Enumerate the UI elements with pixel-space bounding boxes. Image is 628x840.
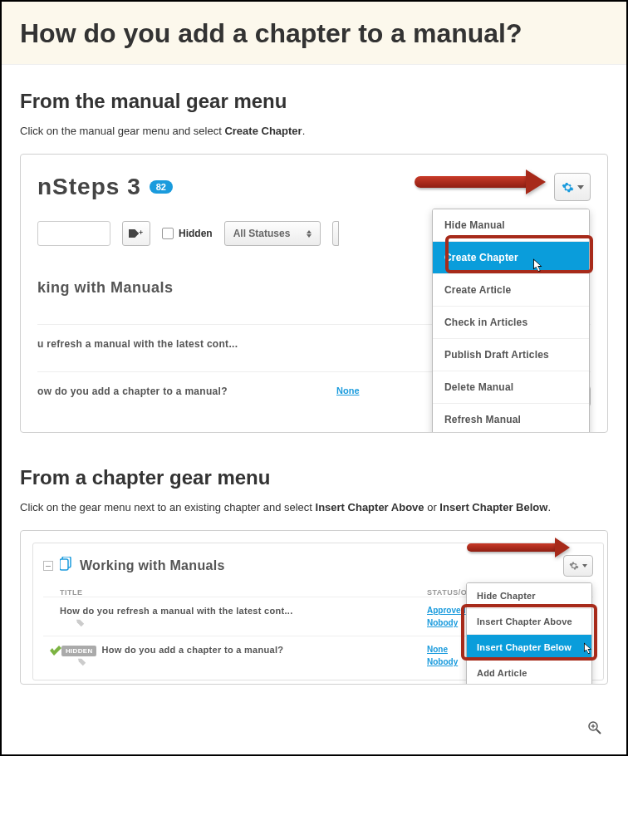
menu-insert-above[interactable]: Insert Chapter Above xyxy=(467,609,591,635)
menu-delete-manual[interactable]: Delete Manual xyxy=(433,371,589,404)
article-title[interactable]: u refresh a manual with the latest cont.… xyxy=(37,338,466,350)
menu-create-article[interactable]: Create Article xyxy=(433,274,589,307)
section2-heading: From a chapter gear menu xyxy=(20,466,608,489)
svg-text:+: + xyxy=(139,229,143,237)
search-input[interactable] xyxy=(37,221,110,246)
screenshot-chapter-gear: Working with Manuals Hide Chapter Insert… xyxy=(20,530,608,685)
manual-title: nSteps 3 xyxy=(37,174,141,200)
col-title: TITLE xyxy=(43,588,427,597)
menu-refresh-manual[interactable]: Refresh Manual xyxy=(433,404,589,433)
select-arrows-icon xyxy=(307,230,312,238)
svg-rect-2 xyxy=(60,559,68,570)
arrow-annotation xyxy=(415,176,531,188)
check-icon xyxy=(50,645,61,658)
section2-desc-bold2: Insert Chapter Below xyxy=(439,501,547,513)
section1-desc-pre: Click on the manual gear menu and select xyxy=(20,125,224,137)
chapter-title: Working with Manuals xyxy=(80,558,225,573)
screenshot-manual-gear: nSteps 3 82 Hide Manual Create Chapter C… xyxy=(20,154,608,433)
collapse-toggle[interactable] xyxy=(43,561,53,571)
menu-hide-manual[interactable]: Hide Manual xyxy=(433,209,589,242)
chapter-gear-button[interactable]: Hide Chapter Insert Chapter Above Insert… xyxy=(563,555,593,577)
section2-desc-bold1: Insert Chapter Above xyxy=(316,501,424,513)
arrow-annotation xyxy=(467,543,558,552)
menu-hide-chapter[interactable]: Hide Chapter xyxy=(467,583,591,609)
count-badge: 82 xyxy=(150,180,173,194)
chapter-gear-menu: Hide Chapter Insert Chapter Above Insert… xyxy=(466,582,592,685)
gear-icon xyxy=(562,181,574,194)
menu-insert-below[interactable]: Insert Chapter Below xyxy=(467,635,591,661)
caret-down-icon xyxy=(582,564,587,567)
section1-desc: Click on the manual gear menu and select… xyxy=(20,125,608,137)
hidden-label: Hidden xyxy=(179,228,213,239)
cursor-icon xyxy=(584,642,594,656)
menu-publish-drafts[interactable]: Publish Draft Articles xyxy=(433,339,589,371)
section2-desc-mid: or xyxy=(424,501,440,513)
section2-desc-pre: Click on the gear menu next to an existi… xyxy=(20,501,316,513)
article-title[interactable]: ow do you add a chapter to a manual? xyxy=(37,386,336,397)
cursor-icon xyxy=(533,258,545,273)
status-select-value: All Statuses xyxy=(233,228,291,239)
caret-down-icon xyxy=(577,185,584,189)
copy-icon xyxy=(60,557,73,575)
hidden-pill: HIDDEN xyxy=(61,646,96,656)
hidden-checkbox[interactable] xyxy=(162,228,174,239)
menu-create-chapter[interactable]: Create Chapter xyxy=(433,242,589,274)
tag-plus-icon: + xyxy=(129,228,144,239)
section1-desc-post: . xyxy=(302,125,306,137)
section2-desc: Click on the gear menu next to an existi… xyxy=(20,501,608,513)
svg-line-4 xyxy=(596,729,601,734)
manual-gear-menu: Hide Manual Create Chapter Create Articl… xyxy=(432,209,590,433)
tag-icon xyxy=(78,658,86,666)
article-title[interactable]: How do you refresh a manual with the lat… xyxy=(60,606,293,616)
article-title[interactable]: How do you add a chapter to a manual? xyxy=(101,645,283,655)
page-title: How do you add a chapter to a manual? xyxy=(2,2,626,65)
menu-check-in-articles[interactable]: Check in Articles xyxy=(433,307,589,339)
menu-add-article[interactable]: Add Article xyxy=(467,661,591,685)
gear-icon xyxy=(569,561,579,571)
zoom-icon[interactable] xyxy=(20,718,608,738)
status-select[interactable]: All Statuses xyxy=(224,221,321,246)
section2-desc-post: . xyxy=(547,501,551,513)
section1-desc-bold: Create Chapter xyxy=(224,125,302,137)
tag-button[interactable]: + xyxy=(122,221,150,246)
tag-icon xyxy=(76,619,85,627)
manual-gear-button[interactable]: Hide Manual Create Chapter Create Articl… xyxy=(554,173,591,201)
section1-heading: From the manual gear menu xyxy=(20,90,608,113)
